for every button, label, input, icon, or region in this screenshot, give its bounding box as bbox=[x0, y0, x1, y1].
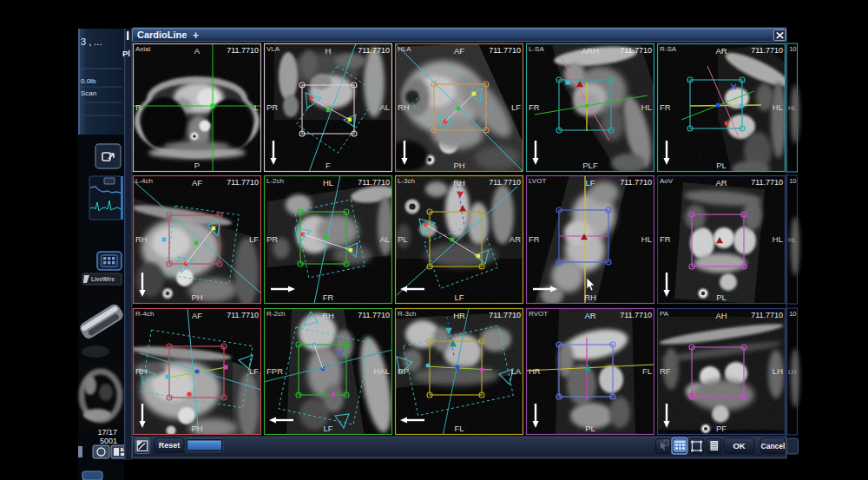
svg-text:10: 10 bbox=[789, 177, 796, 185]
svg-text:PL: PL bbox=[716, 293, 727, 302]
svg-text:RH: RH bbox=[135, 234, 148, 244]
svg-text:RVOT: RVOT bbox=[529, 310, 548, 318]
svg-text:LH: LH bbox=[773, 366, 783, 376]
svg-text:F: F bbox=[326, 161, 331, 170]
svg-text:FR: FR bbox=[529, 234, 540, 244]
svg-text:PH: PH bbox=[453, 161, 464, 170]
svg-text:711.7710: 711.7710 bbox=[358, 178, 390, 187]
svg-text:R-2ch: R-2ch bbox=[266, 310, 285, 318]
svg-text:AR: AR bbox=[715, 178, 727, 187]
svg-text:PH: PH bbox=[191, 293, 202, 302]
svg-text:HR: HR bbox=[453, 311, 465, 320]
svg-text:RH: RH bbox=[135, 366, 148, 376]
svg-text:PR: PR bbox=[266, 234, 278, 244]
svg-text:R-4ch: R-4ch bbox=[135, 310, 154, 318]
svg-text:AH: AH bbox=[715, 311, 727, 320]
svg-text:17/17: 17/17 bbox=[97, 428, 117, 437]
svg-text:AL: AL bbox=[379, 102, 390, 112]
svg-text:FPR: FPR bbox=[266, 366, 283, 376]
svg-text:HL: HL bbox=[773, 102, 783, 112]
svg-text:LH: LH bbox=[788, 368, 797, 376]
svg-text:+: + bbox=[193, 30, 199, 42]
svg-text:Cancel: Cancel bbox=[761, 442, 786, 450]
svg-text:AF: AF bbox=[192, 311, 202, 320]
svg-text:711.7710: 711.7710 bbox=[489, 178, 521, 187]
svg-text:HAL: HAL bbox=[374, 366, 390, 376]
svg-text:L-SA: L-SA bbox=[529, 45, 544, 53]
svg-text:PA: PA bbox=[660, 310, 669, 318]
svg-text:3 , ...: 3 , ... bbox=[81, 36, 102, 47]
svg-text:LF: LF bbox=[249, 366, 259, 376]
svg-text:711.7710: 711.7710 bbox=[227, 178, 259, 187]
svg-text:A: A bbox=[194, 46, 201, 56]
svg-text:HL: HL bbox=[788, 236, 797, 244]
svg-text:FR: FR bbox=[660, 102, 671, 112]
svg-text:FL: FL bbox=[642, 366, 652, 376]
svg-text:711.7710: 711.7710 bbox=[489, 311, 521, 319]
svg-text:HL: HL bbox=[788, 104, 797, 112]
svg-text:LF: LF bbox=[511, 102, 521, 112]
svg-text:10: 10 bbox=[789, 310, 796, 318]
svg-text:ARH: ARH bbox=[582, 46, 599, 56]
svg-text:AoV: AoV bbox=[660, 177, 674, 185]
svg-text:RH: RH bbox=[322, 311, 334, 320]
svg-text:LiveWire: LiveWire bbox=[91, 276, 115, 282]
svg-text:711.7710: 711.7710 bbox=[620, 311, 652, 319]
svg-text:711.7710: 711.7710 bbox=[751, 46, 783, 55]
svg-text:Scan: Scan bbox=[81, 89, 96, 97]
svg-text:RH: RH bbox=[453, 178, 465, 187]
svg-text:R-3ch: R-3ch bbox=[398, 310, 416, 318]
svg-text:711.7710: 711.7710 bbox=[227, 311, 259, 319]
svg-text:711.7710: 711.7710 bbox=[227, 46, 259, 55]
svg-text:OK: OK bbox=[733, 441, 745, 450]
svg-text:AR: AR bbox=[584, 311, 595, 320]
svg-text:711.7710: 711.7710 bbox=[620, 46, 652, 55]
svg-text:HL: HL bbox=[323, 178, 333, 187]
svg-text:LVOT: LVOT bbox=[529, 177, 546, 185]
svg-text:LF: LF bbox=[454, 293, 464, 302]
svg-text:L-4ch: L-4ch bbox=[135, 177, 153, 185]
svg-text:LF: LF bbox=[249, 234, 259, 244]
svg-text:711.7710: 711.7710 bbox=[751, 178, 783, 187]
svg-text:PR: PR bbox=[266, 102, 278, 112]
svg-text:FR: FR bbox=[323, 293, 334, 302]
svg-text:Axial: Axial bbox=[135, 45, 151, 53]
svg-text:RF: RF bbox=[660, 366, 671, 376]
svg-text:AF: AF bbox=[454, 46, 464, 56]
svg-text:FL: FL bbox=[454, 424, 464, 433]
svg-text:PLF: PLF bbox=[582, 161, 598, 170]
svg-text:RH: RH bbox=[584, 293, 596, 302]
svg-text:711.7710: 711.7710 bbox=[358, 46, 390, 55]
svg-text:P: P bbox=[194, 161, 200, 170]
svg-text:HLA: HLA bbox=[398, 45, 411, 53]
svg-text:PL: PL bbox=[585, 424, 595, 433]
svg-text:5001: 5001 bbox=[100, 437, 117, 445]
svg-text:AR: AR bbox=[510, 234, 521, 244]
svg-text:711.7710: 711.7710 bbox=[358, 311, 390, 319]
svg-text:L: L bbox=[254, 102, 259, 112]
svg-text:PF: PF bbox=[716, 424, 727, 433]
svg-text:AL: AL bbox=[379, 234, 390, 244]
svg-text:LF: LF bbox=[323, 424, 332, 433]
svg-text:VLA: VLA bbox=[266, 45, 280, 53]
svg-text:PH: PH bbox=[191, 424, 202, 433]
svg-text:L-3ch: L-3ch bbox=[398, 177, 415, 185]
svg-text:R: R bbox=[135, 102, 141, 112]
svg-text:FR: FR bbox=[529, 102, 540, 112]
svg-text:0.0lb: 0.0lb bbox=[81, 77, 96, 85]
svg-text:RP: RP bbox=[398, 366, 409, 376]
svg-text:10: 10 bbox=[789, 45, 796, 53]
svg-text:HL: HL bbox=[641, 102, 652, 112]
svg-text:711.7710: 711.7710 bbox=[620, 178, 652, 187]
svg-text:RH: RH bbox=[398, 102, 410, 112]
svg-text:LF: LF bbox=[585, 178, 595, 187]
svg-text:H: H bbox=[326, 46, 332, 56]
svg-text:FR: FR bbox=[660, 234, 671, 244]
svg-text:R-SA: R-SA bbox=[660, 45, 677, 53]
svg-text:HL: HL bbox=[641, 234, 652, 244]
svg-text:PL: PL bbox=[398, 234, 408, 244]
svg-text:AR: AR bbox=[715, 46, 727, 56]
svg-text:CardioLine: CardioLine bbox=[137, 30, 187, 40]
svg-text:Reset: Reset bbox=[159, 441, 181, 450]
svg-text:LA: LA bbox=[510, 366, 521, 376]
